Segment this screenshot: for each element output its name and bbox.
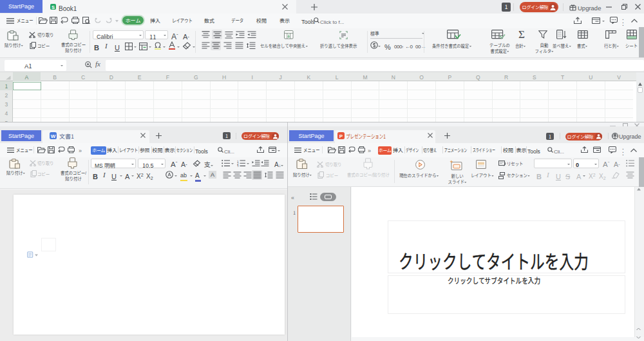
svg-text:3: 3 — [237, 164, 239, 168]
